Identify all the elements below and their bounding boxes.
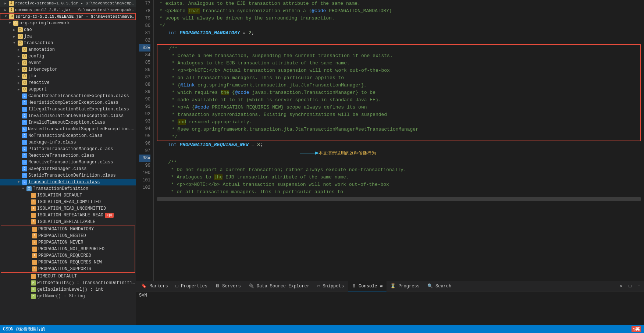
sidebar-item-PROPAGATION_MANDATORY[interactable]: F PROPAGATION_MANDATORY: [1, 226, 135, 233]
console-content[interactable]: SVN: [136, 291, 644, 325]
package-icon: ⬡: [22, 74, 27, 79]
sidebar-item-ISOLATION_SERIALIZABLE[interactable]: F ISOLATION_SERIALIZABLE: [0, 219, 136, 225]
sidebar-item-PROPAGATION_REQUIRES_NEW[interactable]: F PROPAGATION_REQUIRES_NEW: [1, 259, 135, 266]
field-icon: F: [31, 206, 36, 211]
sidebar-item-label: spring-tx-5.2.15.RELEASE.jar - G:\mavent…: [15, 14, 135, 19]
line-num-94: 94: [139, 125, 150, 132]
line-num-77: 77: [139, 0, 150, 7]
sidebar-item-label: IllegalTransactionStateException.class: [28, 107, 129, 112]
chevron-right-icon: ▶: [4, 1, 9, 6]
code-content[interactable]: * exists. Analogous to the EJB transacti…: [154, 0, 644, 281]
code-line-80: */: [157, 22, 641, 29]
tab-snippets[interactable]: ✂ Snippets: [314, 281, 348, 291]
sidebar-item-TIMEOUT_DEFAULT[interactable]: F TIMEOUT_DEFAULT: [0, 273, 136, 280]
tab-properties[interactable]: □ Properties: [172, 281, 211, 291]
sidebar-item-TransactionDefinition-member[interactable]: ▼ I TransactionDefinition: [0, 185, 136, 192]
sidebar-item-getIsolationLevel[interactable]: M getIsolationLevel() : int: [0, 286, 136, 293]
field-icon: F: [32, 247, 37, 252]
tab-console[interactable]: 🖥 Console ⊠: [348, 281, 387, 291]
minimize-panel-button[interactable]: ✕: [618, 283, 625, 290]
sidebar-item-withDefaults[interactable]: M withDefaults() : TransactionDefinition: [0, 280, 136, 286]
sidebar-item-ReactiveTransactionManager[interactable]: C ReactiveTransactionManager.class: [0, 159, 136, 166]
tab-search[interactable]: 🔍 Search: [424, 281, 455, 291]
sidebar-item-jca[interactable]: ▶ ⬡ jca: [0, 33, 136, 40]
code-container[interactable]: 77 78 79 80 81 82 83● 84 85 86 87 88 89 …: [136, 0, 644, 281]
sidebar-item-getName[interactable]: M getName() : String: [0, 293, 136, 300]
tab-servers[interactable]: 🖥 Servers: [211, 281, 245, 291]
sidebar-item-label: reactive: [28, 80, 50, 85]
sidebar-item-PlatformTransactionManager[interactable]: C PlatformTransactionManager.class: [0, 146, 136, 152]
annotation-arrow: 本文演示试用的这种传播行为: [296, 149, 376, 157]
sidebar-item-label: InvalidTimeoutException.class: [28, 120, 105, 125]
sidebar-item-label: TransactionDefinition: [33, 186, 88, 191]
sidebar-item-commons-pool2[interactable]: ▶ J commons-pool2-2.8.1.jar - G:\mavente…: [0, 7, 136, 13]
sidebar-item-PROPAGATION_NEVER[interactable]: F PROPAGATION_NEVER: [1, 239, 135, 246]
field-icon: F: [32, 253, 37, 258]
line-num-81: 81: [139, 29, 150, 37]
tab-progress[interactable]: ⏳ Progress: [387, 281, 424, 291]
sidebar[interactable]: ▶ J reactive-streams-1.0.3.jar - G:\mave…: [0, 0, 136, 325]
code-line-102: * on all transaction managers. This in p…: [157, 188, 641, 196]
code-line-91: * <p>A {@code PROPAGATION_REQUIRES_NEW} …: [157, 104, 640, 111]
sidebar-item-interceptor[interactable]: ▶ ⬡ interceptor: [0, 66, 136, 73]
code-line-81: int PROPAGATION_MANDATORY = 2;: [157, 29, 641, 37]
sidebar-item-ISOLATION_REPEATABLE_READ[interactable]: F ISOLATION_REPEATABLE_READ 7种: [0, 212, 136, 219]
sidebar-item-label: ISOLATION_SERIALIZABLE: [37, 219, 95, 224]
sidebar-item-ISOLATION_DEFAULT[interactable]: F ISOLATION_DEFAULT: [0, 192, 136, 199]
sidebar-item-HeuristicCompletionException[interactable]: C HeuristicCompletionException.class: [0, 99, 136, 106]
sidebar-item-org-springframework[interactable]: ▼ ⬡ org.springframework: [0, 20, 136, 26]
sidebar-item-ISOLATION_READ_UNCOMMITTED[interactable]: F ISOLATION_READ_UNCOMMITTED: [0, 205, 136, 212]
sidebar-item-event[interactable]: ▶ ⬡ event: [0, 60, 136, 66]
status-bar: CSDN @爱看老照片的 S英: [0, 325, 644, 333]
method-icon: M: [31, 294, 36, 299]
tab-progress-label: ⏳ Progress: [390, 284, 420, 289]
close-panel-button[interactable]: −: [635, 283, 643, 290]
sidebar-item-label: PROPAGATION_REQUIRED: [38, 253, 91, 258]
sidebar-item-StaticTransactionDefinition[interactable]: C StaticTransactionDefinition.class: [0, 172, 136, 179]
arrow-svg: [296, 149, 319, 157]
sidebar-item-reactive-streams[interactable]: ▶ J reactive-streams-1.0.3.jar - G:\mave…: [0, 0, 136, 7]
tab-markers[interactable]: 🔖 Markers: [138, 281, 172, 291]
sidebar-item-support[interactable]: ▶ ⬡ support: [0, 86, 136, 93]
line-num-96: 96: [139, 140, 150, 147]
sidebar-item-dao[interactable]: ▶ ⬡ dao: [0, 26, 136, 33]
sidebar-item-ISOLATION_READ_COMMITTED[interactable]: F ISOLATION_READ_COMMITTED: [0, 199, 136, 205]
field-icon: F: [31, 219, 36, 224]
sidebar-item-CannotCreateTransactionException[interactable]: C CannotCreateTransactionException.class: [0, 93, 136, 99]
sidebar-item-PROPAGATION_REQUIRED[interactable]: F PROPAGATION_REQUIRED: [1, 252, 135, 259]
sidebar-item-SavepointManager[interactable]: C SavepointManager.class: [0, 166, 136, 172]
editor-area: 77 78 79 80 81 82 83● 84 85 86 87 88 89 …: [136, 0, 644, 325]
sidebar-item-IllegalTransactionStateException[interactable]: C IllegalTransactionStateException.class: [0, 106, 136, 113]
sidebar-item-NoTransactionException[interactable]: C NoTransactionException.class: [0, 132, 136, 139]
line-num-84: 84: [139, 52, 150, 59]
sidebar-item-jta[interactable]: ▶ ⬡ jta: [0, 73, 136, 79]
sidebar-item-TransactionDefinition[interactable]: ▼ C TransactionDefinition.class: [0, 179, 136, 185]
sidebar-item-NestedTransactionNotSupportedException[interactable]: C NestedTransactionNotSupportedException…: [0, 126, 136, 132]
chevron-right-icon: ▶: [18, 88, 22, 92]
sidebar-item-ReactiveTransaction[interactable]: C ReactiveTransaction.class: [0, 152, 136, 159]
sidebar-item-InvalidTimeoutException[interactable]: C InvalidTimeoutException.class: [0, 119, 136, 126]
sidebar-item-InvalidIsolationLevelException[interactable]: C InvalidIsolationLevelException.class: [0, 113, 136, 119]
line-num-79: 79: [139, 15, 150, 22]
sidebar-item-reactive[interactable]: ▶ ⬡ reactive: [0, 79, 136, 86]
maximize-panel-button[interactable]: □: [626, 283, 634, 290]
code-line-97-annotation: 本文演示试用的这种传播行为: [157, 149, 641, 159]
sidebar-item-package-info[interactable]: C package-info.class: [0, 139, 136, 146]
sougou-input-icon[interactable]: S英: [631, 326, 641, 332]
sidebar-item-PROPAGATION_NOT_SUPPORTED[interactable]: F PROPAGATION_NOT_SUPPORTED: [1, 246, 135, 252]
sidebar-item-PROPAGATION_SUPPORTS[interactable]: F PROPAGATION_SUPPORTS: [1, 266, 135, 272]
sidebar-item-transaction[interactable]: ▼ ⬡ transaction: [0, 40, 136, 46]
tab-console-label: 🖥 Console ⊠: [352, 284, 383, 289]
sidebar-item-label: StaticTransactionDefinition.class: [28, 173, 116, 178]
sidebar-item-annotation[interactable]: ▶ ⬡ annotation: [0, 46, 136, 53]
sidebar-item-PROPAGATION_NESTED[interactable]: F PROPAGATION_NESTED: [1, 233, 135, 239]
sidebar-item-label: getName() : String: [37, 294, 85, 299]
sidebar-item-config[interactable]: ▶ ⬡ config: [0, 53, 136, 60]
line-num-85: 85: [139, 59, 150, 66]
horizontal-scrollbar[interactable]: [157, 197, 641, 201]
tab-datasource[interactable]: 🔌 Data Source Explorer: [245, 281, 314, 291]
tab-markers-label: 🔖 Markers: [141, 284, 168, 289]
sidebar-item-spring-tx[interactable]: ▼ J spring-tx-5.2.15.RELEASE.jar - G:\ma…: [0, 13, 136, 20]
status-csdn-label: CSDN @爱看老照片的: [3, 326, 45, 332]
package-icon: ⬡: [22, 87, 27, 92]
